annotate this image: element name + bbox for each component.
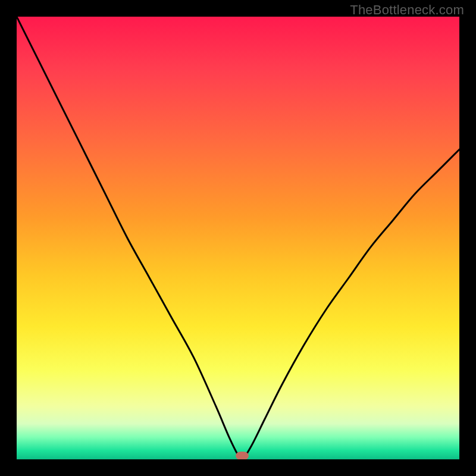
plot-area — [17, 17, 459, 459]
watermark-text: TheBottleneck.com — [350, 2, 464, 18]
bottleneck-curve — [17, 17, 459, 459]
optimum-marker — [236, 452, 249, 459]
chart-frame: TheBottleneck.com — [0, 0, 476, 476]
